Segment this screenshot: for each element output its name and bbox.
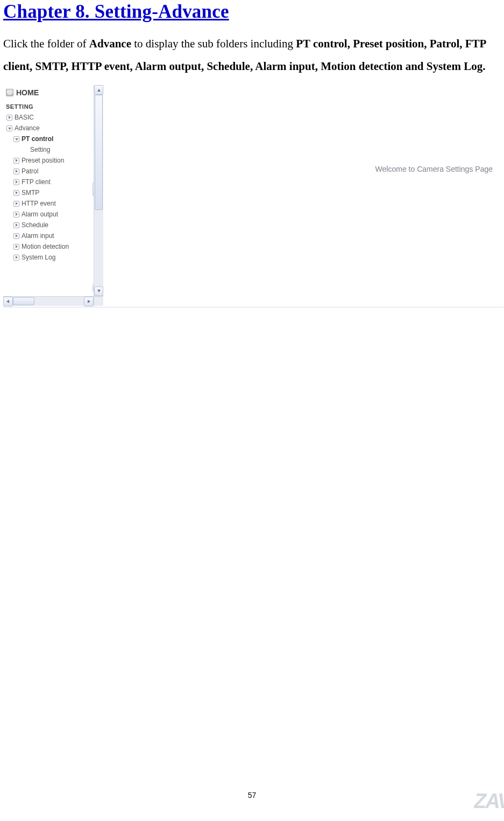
hscroll-track[interactable]: [13, 297, 84, 306]
intro-text-2: to display the sub folders including: [131, 37, 296, 50]
nav-item-label: HTTP event: [22, 200, 56, 207]
scroll-right-button[interactable]: [84, 297, 94, 306]
page-number: 57: [0, 791, 504, 799]
nav-item-label: Alarm input: [22, 232, 54, 240]
intro-bold-1: Advance: [89, 37, 131, 50]
nav-item-pt-control[interactable]: PT control: [5, 134, 93, 144]
welcome-text: Welcome to Camera Settings Page: [375, 165, 493, 173]
nav-item-http-event[interactable]: HTTP event: [5, 198, 93, 209]
vscroll-track[interactable]: [94, 95, 103, 286]
nav-item-patrol[interactable]: Patrol: [5, 166, 93, 177]
nav-item-advance[interactable]: Advance: [5, 123, 93, 134]
nav-item-label: Patrol: [22, 167, 38, 175]
sidebar: HOME SETTING BASICAdvancePT controlSetti…: [3, 85, 93, 264]
chevron-right-icon[interactable]: [13, 169, 19, 174]
setting-header: SETTING: [5, 102, 93, 112]
home-link[interactable]: HOME: [5, 86, 93, 100]
nav-item-system-log[interactable]: System Log: [5, 252, 93, 263]
nav-item-label: FTP client: [22, 178, 51, 186]
horizontal-scrollbar[interactable]: [3, 296, 94, 306]
chevron-right-icon[interactable]: [13, 158, 19, 164]
nav-tree: SETTING BASICAdvancePT controlSettingPre…: [5, 102, 93, 263]
chevron-right-icon[interactable]: [13, 233, 19, 239]
scroll-left-button[interactable]: [3, 297, 13, 306]
chapter-title: Chapter 8. Setting-Advance: [3, 0, 501, 23]
nav-item-label: SMTP: [22, 189, 39, 197]
chevron-right-icon[interactable]: [13, 255, 19, 261]
nav-item-alarm-input[interactable]: Alarm input: [5, 230, 93, 241]
nav-item-label: PT control: [22, 135, 53, 143]
chevron-right-icon[interactable]: [13, 244, 19, 250]
nav-item-label: Advance: [15, 124, 40, 132]
home-icon: [6, 89, 13, 96]
chevron-right-icon[interactable]: [13, 212, 19, 217]
nav-item-preset-position[interactable]: Preset position: [5, 155, 93, 166]
nav-item-label: Setting: [30, 146, 50, 153]
nav-item-schedule[interactable]: Schedule: [5, 220, 93, 230]
nav-item-smtp[interactable]: SMTP: [5, 187, 93, 198]
chevron-right-icon[interactable]: [6, 115, 12, 121]
nav-item-label: Alarm output: [22, 210, 58, 218]
nav-item-basic[interactable]: BASIC: [5, 112, 93, 123]
settings-screenshot: HOME SETTING BASICAdvancePT controlSetti…: [3, 85, 503, 307]
vertical-scrollbar[interactable]: [94, 85, 103, 296]
content-pane: Welcome to Camera Settings Page: [103, 85, 503, 306]
chevron-down-icon[interactable]: [6, 125, 12, 131]
scroll-down-button[interactable]: [94, 286, 103, 296]
hscroll-thumb[interactable]: [13, 297, 34, 305]
intro-paragraph: Click the folder of Advance to display t…: [3, 32, 501, 78]
chevron-right-icon[interactable]: [13, 179, 19, 185]
intro-text-1: Click the folder of: [3, 37, 89, 50]
chevron-right-icon[interactable]: [13, 190, 19, 196]
scroll-corner: [94, 296, 103, 306]
scroll-up-button[interactable]: [94, 85, 103, 95]
watermark-logo: ZAV: [474, 790, 504, 813]
nav-item-label: Schedule: [22, 221, 48, 229]
nav-item-ftp-client[interactable]: FTP client: [5, 177, 93, 187]
nav-item-label: Preset position: [22, 157, 64, 164]
nav-item-label: System Log: [22, 254, 55, 261]
nav-item-setting[interactable]: Setting: [5, 144, 93, 155]
nav-item-alarm-output[interactable]: Alarm output: [5, 209, 93, 220]
sidebar-wrap: HOME SETTING BASICAdvancePT controlSetti…: [3, 85, 103, 306]
vscroll-thumb[interactable]: [95, 95, 103, 210]
home-label: HOME: [16, 88, 39, 97]
chevron-right-icon[interactable]: [13, 222, 19, 228]
chevron-right-icon[interactable]: [13, 201, 19, 207]
nav-item-motion-detection[interactable]: Motion detection: [5, 241, 93, 252]
nav-item-label: BASIC: [15, 114, 34, 121]
chevron-down-icon[interactable]: [13, 136, 19, 142]
nav-item-label: Motion detection: [22, 243, 69, 250]
